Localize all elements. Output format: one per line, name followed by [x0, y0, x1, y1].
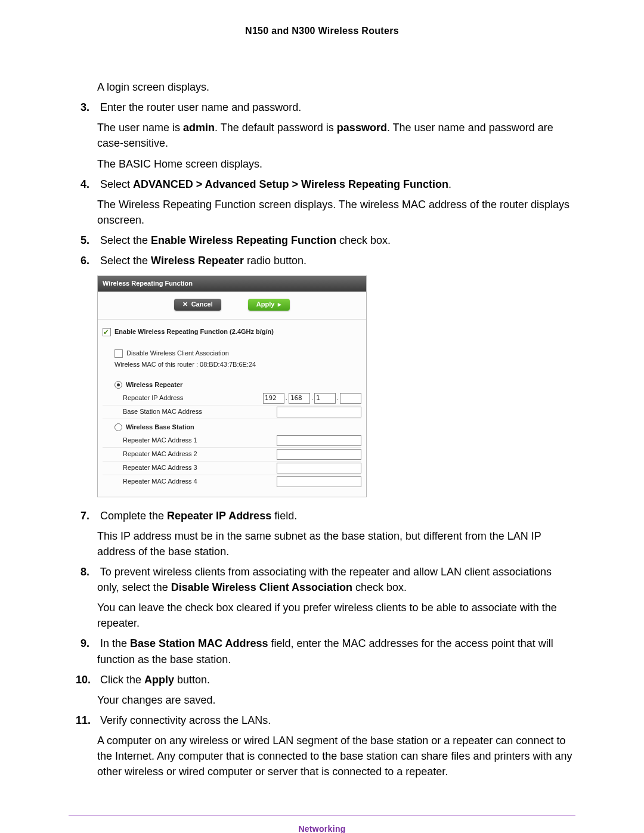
rmac3-label: Repeater MAC Address 3: [123, 463, 197, 473]
rmac3-row: Repeater MAC Address 3: [103, 462, 361, 475]
wireless-repeater-radio[interactable]: [114, 381, 122, 389]
wireless-base-station-label: Wireless Base Station: [126, 423, 194, 432]
ip-octet-4[interactable]: [340, 393, 361, 404]
enable-checkbox[interactable]: [103, 328, 111, 336]
apply-button[interactable]: Apply ▸: [248, 299, 290, 311]
rmac2-input[interactable]: [277, 449, 361, 460]
repeater-ip-input[interactable]: 192. 168. 1.: [263, 393, 361, 404]
enable-label: Enable Wireless Repeating Function (2.4G…: [114, 327, 274, 337]
repeater-radio-row[interactable]: Wireless Repeater: [103, 380, 361, 390]
base-mac-input[interactable]: [277, 407, 361, 417]
rmac2-label: Repeater MAC Address 2: [123, 450, 197, 459]
step-8-p1: You can leave the check box cleared if y…: [69, 600, 575, 631]
ip-octet-1[interactable]: 192: [263, 393, 284, 404]
rmac4-label: Repeater MAC Address 4: [123, 477, 197, 487]
rmac4-input[interactable]: [277, 476, 361, 487]
step-num-11: 11.: [76, 713, 97, 728]
step-3-p2: The BASIC Home screen displays.: [69, 156, 575, 172]
button-bar: ✕ Cancel Apply ▸: [98, 292, 366, 320]
step-num-6: 6.: [80, 253, 97, 268]
step-11-text: Verify connectivity across the LANs.: [100, 714, 271, 726]
step-7-p1: This IP address must be in the same subn…: [69, 528, 575, 559]
step-num-5: 5.: [80, 233, 97, 248]
panel-title: Wireless Repeating Function: [98, 276, 366, 292]
step-5: 5. Select the Enable Wireless Repeating …: [69, 233, 575, 248]
step-11-p1: A computer on any wireless or wired LAN …: [69, 733, 575, 779]
rmac1-label: Repeater MAC Address 1: [123, 436, 197, 445]
router-mac-label: Wireless MAC of this router : 08:BD:43:7…: [114, 360, 256, 370]
cancel-button[interactable]: ✕ Cancel: [174, 299, 221, 311]
document-header: N150 and N300 Wireless Routers: [69, 24, 575, 38]
step-4: 4. Select ADVANCED > Advanced Setup > Wi…: [69, 176, 575, 192]
step-3: 3. Enter the router user name and passwo…: [69, 100, 575, 115]
step-num-8: 8.: [80, 564, 97, 580]
step-4-p1: The Wireless Repeating Function screen d…: [69, 197, 575, 228]
ip-octet-3[interactable]: 1: [314, 393, 336, 404]
footer-divider: [69, 815, 575, 816]
step-num-9: 9.: [80, 636, 97, 651]
step-7: 7. Complete the Repeater IP Address fiel…: [69, 508, 575, 524]
step-num-7: 7.: [80, 508, 97, 524]
step-num-4: 4.: [80, 176, 97, 192]
step-6: 6. Select the Wireless Repeater radio bu…: [69, 253, 575, 268]
arrow-right-icon: ▸: [278, 300, 281, 309]
ip-octet-2[interactable]: 168: [289, 393, 310, 404]
step-3-p1: The user name is admin. The default pass…: [69, 120, 575, 151]
repeater-ip-row: Repeater IP Address 192. 168. 1.: [103, 392, 361, 405]
step-8: 8. To prevent wireless clients from asso…: [69, 564, 575, 595]
base-mac-label: Base Station MAC Address: [123, 407, 202, 417]
wireless-repeater-label: Wireless Repeater: [126, 380, 182, 390]
repeater-ip-label: Repeater IP Address: [123, 394, 183, 403]
disable-assoc-label: Disable Wireless Client Association: [126, 349, 229, 358]
disable-assoc-checkbox[interactable]: [114, 349, 123, 358]
rmac4-row: Repeater MAC Address 4: [103, 475, 361, 488]
step-10-p1: Your changes are saved.: [69, 692, 575, 708]
step-num-3: 3.: [80, 100, 97, 115]
rmac1-row: Repeater MAC Address 1: [103, 434, 361, 448]
rmac3-input[interactable]: [277, 463, 361, 473]
step-3-text: Enter the router user name and password.: [100, 101, 301, 113]
disable-assoc-row[interactable]: Disable Wireless Client Association: [103, 349, 361, 358]
base-station-radio-row[interactable]: Wireless Base Station: [103, 423, 361, 432]
rmac1-input[interactable]: [277, 435, 361, 446]
close-icon: ✕: [182, 300, 188, 309]
step-11: 11. Verify connectivity across the LANs.: [69, 713, 575, 728]
step-9: 9. In the Base Station MAC Address field…: [69, 636, 575, 667]
router-screenshot: Wireless Repeating Function ✕ Cancel App…: [97, 275, 367, 497]
wireless-base-station-radio[interactable]: [114, 423, 122, 431]
step-num-10: 10.: [76, 672, 97, 688]
step-10: 10. Click the Apply button.: [69, 672, 575, 688]
enable-row[interactable]: Enable Wireless Repeating Function (2.4G…: [103, 327, 361, 337]
intro-login: A login screen displays.: [69, 79, 575, 95]
router-mac-row: Wireless MAC of this router : 08:BD:43:7…: [103, 360, 361, 370]
base-mac-row: Base Station MAC Address: [103, 405, 361, 419]
footer-section: Networking: [69, 823, 575, 833]
rmac2-row: Repeater MAC Address 2: [103, 448, 361, 462]
